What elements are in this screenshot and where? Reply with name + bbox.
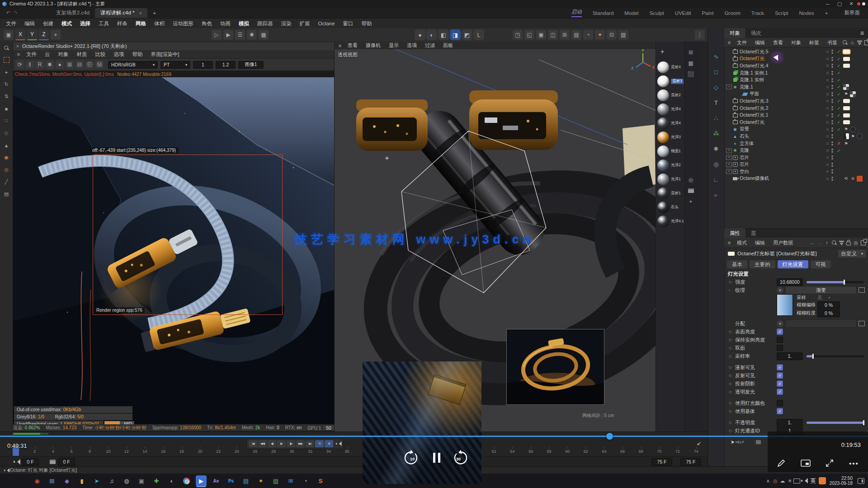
taskbar-app-icon[interactable]: ◔ (300, 475, 311, 486)
cluster-icon[interactable]: ⁂ (708, 126, 724, 141)
kernel-dropdown[interactable]: PT▾ (160, 61, 190, 69)
rectangle-icon[interactable]: □ (708, 64, 724, 80)
axis-widget-icon[interactable]: ⌖ (685, 196, 697, 207)
layout-preset[interactable]: Nodes (799, 10, 814, 16)
tray-record-icon[interactable]: ◎ (772, 477, 779, 484)
tray-display-icon[interactable] (793, 477, 801, 484)
material-item[interactable]: 光泽4 (657, 117, 681, 129)
play-button[interactable]: ▶ (277, 440, 286, 447)
maximize-button[interactable]: ▢ (834, 0, 845, 8)
target-icon[interactable]: ◎ (852, 239, 859, 246)
checkbox[interactable]: ✓ (777, 372, 783, 379)
magic-icon[interactable]: ✦ (595, 30, 605, 40)
checkbox[interactable]: ✓ (777, 408, 783, 414)
visibility-dots[interactable] (831, 106, 833, 111)
layer-chip[interactable] (826, 155, 830, 160)
popout-icon[interactable] (859, 239, 867, 246)
object-row[interactable]: 克隆.1 实例✓ (724, 76, 868, 84)
blur-offset-field[interactable]: 0 % (817, 301, 840, 309)
octane-image-select[interactable]: 图像1 (238, 61, 264, 69)
shrink-player-icon[interactable] (825, 459, 834, 468)
object-menu-item[interactable]: 查看 (769, 39, 787, 46)
visibility-dots[interactable] (831, 148, 833, 153)
texture-button[interactable]: 渐变 (785, 286, 857, 294)
layout-grid-icon[interactable]: ⊞ (685, 47, 697, 58)
object-row[interactable]: ●立方体✗⚑ (724, 140, 868, 147)
player-progress-bar[interactable] (0, 436, 868, 437)
tray-volume-icon[interactable] (801, 477, 808, 484)
object-row[interactable]: 平面✓⚑ (724, 91, 868, 98)
taskbar-app-icon[interactable]: ▶ (196, 475, 207, 486)
taskbar-app-chrome-icon[interactable] (181, 475, 192, 486)
camera-clap-icon[interactable] (685, 185, 697, 196)
volume-button[interactable] (335, 441, 341, 447)
visibility-dots[interactable] (831, 70, 833, 75)
render-settings-icon[interactable]: ☰ (235, 30, 245, 40)
tab-objects[interactable]: 对象 (724, 28, 745, 38)
taskbar-app-icon[interactable]: ▧ (270, 475, 281, 486)
search-icon[interactable] (0, 42, 13, 54)
visibility-dots[interactable] (831, 176, 833, 181)
octane-menu-item[interactable]: 选项 (110, 51, 128, 58)
field-icon[interactable]: ◎ (708, 156, 724, 172)
object-row[interactable]: ▲石头⚑ (724, 133, 868, 140)
object-row[interactable]: +空白 (724, 168, 868, 175)
snap-icon[interactable]: ⊞ (560, 30, 570, 40)
up-icon[interactable]: ↑ (823, 239, 830, 246)
home-icon[interactable]: ⌂ (849, 39, 856, 46)
loop-toggle[interactable]: ⟲ (315, 440, 324, 447)
menubar-item[interactable]: 模拟 (235, 20, 253, 27)
shading-gouraud-icon[interactable]: ◨ (450, 29, 461, 40)
octane-tool-icon-5[interactable]: ⊞ (66, 61, 74, 69)
texture-dropdown-icon[interactable]: ▾ (777, 287, 783, 294)
minimize-button[interactable]: ─ (822, 0, 834, 8)
octane-tool-icon-2[interactable]: R (36, 61, 44, 69)
resize-corner-icon[interactable]: ↙ (697, 440, 701, 446)
render-team-icon[interactable]: ▦ (259, 30, 269, 40)
menubar-item[interactable]: 帮助 (358, 20, 376, 27)
generator-icon[interactable]: ✱ (708, 141, 724, 156)
menubar-item[interactable]: 选择 (76, 20, 94, 27)
taskbar-app-icon[interactable]: ⊞ (47, 475, 57, 486)
material-item[interactable]: 石头 (657, 202, 679, 213)
octane-tool-icon-6[interactable]: ⊟ (75, 61, 84, 69)
layout-solid-icon[interactable]: ⬛ (685, 69, 697, 80)
object-menu-item[interactable]: 编辑 (751, 39, 769, 46)
visibility-dots[interactable] (831, 134, 833, 139)
tray-app-icon[interactable]: ✳ (786, 477, 793, 484)
checkbox[interactable]: ✓ (777, 389, 783, 395)
layer-chip[interactable] (826, 134, 830, 138)
tab-takes[interactable]: 场次 (745, 28, 767, 38)
menubar-item[interactable]: 运动图形 (169, 20, 198, 27)
layout-preset[interactable]: + (825, 10, 828, 16)
view-split-icon[interactable]: ◫ (548, 30, 558, 40)
taskbar-app-icon[interactable]: ◆ (61, 475, 72, 486)
object-row[interactable]: Octane灯光.1✓ (724, 112, 868, 119)
object-row[interactable]: Octane灯光.5✓ (724, 48, 868, 56)
frame-selected-icon[interactable]: ▣ (4, 30, 14, 40)
checkbox[interactable] (777, 337, 783, 343)
tab-layers[interactable]: 层 (745, 228, 762, 238)
object-row[interactable]: Octane灯光.3✓ (724, 98, 868, 105)
layer-chip[interactable] (826, 120, 830, 124)
range-end-field[interactable]: 75 F (651, 458, 672, 466)
material-item[interactable]: 镜面1 (657, 145, 681, 157)
octane-menu-item[interactable]: 材质 (73, 51, 91, 58)
octane-tool-icon-7[interactable]: Ⓕ (85, 61, 94, 69)
attribute-menu-item[interactable]: 模式 (733, 239, 751, 246)
layout-preset[interactable]: Paint (702, 10, 713, 16)
undo-icon[interactable]: ↶ (5, 9, 12, 17)
layer-chip[interactable] (826, 85, 830, 89)
layer-chip[interactable] (826, 106, 830, 110)
light-color-swatch[interactable] (843, 99, 850, 103)
object-menu-item[interactable]: 对象 (787, 39, 805, 46)
player-progress-handle[interactable] (606, 433, 613, 440)
taskbar-app-icon[interactable]: ▤ (241, 475, 251, 486)
octane-menu-item[interactable]: 文件 (22, 51, 41, 58)
visibility-dots[interactable] (831, 162, 833, 167)
menubar-item[interactable]: 动画 (216, 20, 235, 27)
octane-close-icon[interactable]: × (13, 42, 22, 50)
next-frame-button[interactable]: |▶ (287, 440, 295, 447)
popout-icon[interactable] (863, 39, 868, 46)
menubar-item[interactable]: 编辑 (20, 20, 39, 27)
